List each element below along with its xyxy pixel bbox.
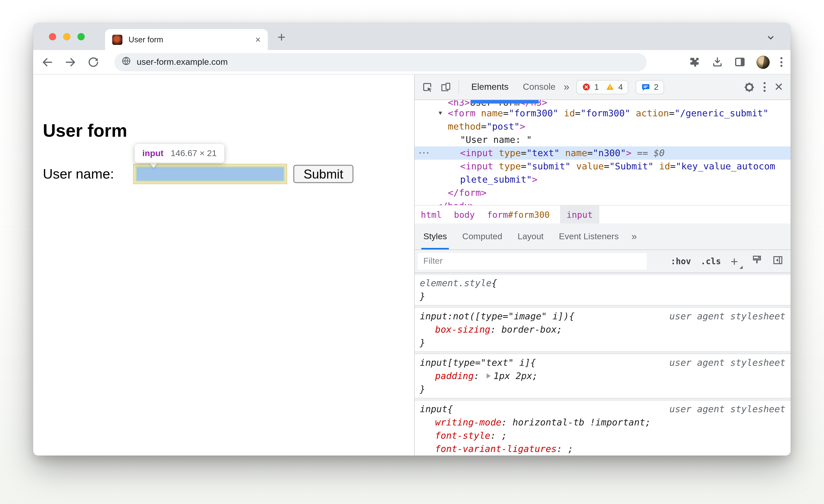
stylesheet-origin: user agent stylesheet	[664, 356, 786, 369]
dom-tree-node[interactable]: method="post">	[415, 120, 791, 133]
css-rule-selector[interactable]: element.style {	[420, 277, 786, 290]
tab-close-icon[interactable]: ×	[255, 35, 261, 44]
download-icon[interactable]	[712, 56, 723, 68]
css-declaration[interactable]: font-variant-ligatures: ;	[420, 442, 786, 456]
breadcrumb: htmlbodyform#form300input	[415, 205, 791, 223]
dom-tree-node[interactable]: plete_submit">	[415, 173, 791, 186]
css-rules-list: element.style {}input:not([type="image" …	[415, 273, 791, 456]
forward-arrow-icon[interactable]	[64, 56, 77, 68]
css-rule-selector[interactable]: input[type="text" i] {user agent stylesh…	[420, 356, 786, 369]
devtools-toolbar: Elements Console » 1 4 2	[415, 75, 791, 100]
side-panel-icon[interactable]	[734, 56, 746, 68]
browser-tab[interactable]: User form ×	[105, 29, 268, 50]
settings-gear-icon[interactable]	[743, 81, 755, 93]
toggle-classes-button[interactable]: .cls	[701, 256, 721, 266]
toolbar-right-icons	[689, 55, 791, 69]
address-bar[interactable]: user-form.example.com	[114, 53, 647, 71]
globe-icon	[121, 56, 131, 68]
reload-icon[interactable]	[87, 56, 99, 68]
stylesheet-origin: user agent stylesheet	[664, 402, 786, 416]
tab-event-listeners[interactable]: Event Listeners	[551, 223, 626, 249]
devtools-menu-kebab-icon[interactable]	[763, 82, 765, 92]
chevron-down-icon[interactable]	[766, 33, 775, 44]
styles-sidebar-tabs: Styles Computed Layout Event Listeners »	[415, 223, 791, 250]
breadcrumb-item-body[interactable]: body	[452, 206, 477, 223]
disclosure-arrow-icon[interactable]: ▼	[439, 107, 442, 120]
dom-tree-node[interactable]: </body>	[415, 199, 791, 205]
breadcrumb-item-form[interactable]: form#form300	[485, 206, 552, 223]
css-declaration[interactable]: padding: 1px 2px;	[420, 369, 786, 383]
styles-filter-input[interactable]	[418, 253, 647, 270]
new-tab-button[interactable]: +	[278, 29, 286, 45]
styles-filter-bar: :hov .cls +	[415, 250, 791, 273]
css-rule: input[type="text" i] {user agent stylesh…	[415, 354, 791, 398]
toggle-sidebar-icon[interactable]	[772, 255, 784, 268]
tooltip-dimensions: 146.67 × 21	[171, 148, 217, 159]
back-arrow-icon[interactable]	[41, 56, 54, 68]
dom-tree-node[interactable]: <input type="submit" value="Submit" id="…	[415, 160, 791, 173]
issues-chat-icon	[641, 82, 650, 92]
css-rule-selector[interactable]: input:not([type="image" i]) {user agent …	[420, 310, 786, 323]
browser-window: User form × + user-form.exa	[33, 23, 791, 456]
screenshot-stage: User form × + user-form.exa	[0, 0, 824, 504]
more-tabs-icon[interactable]: »	[563, 81, 569, 93]
tooltip-element-name: input	[142, 148, 164, 159]
dom-tree-node[interactable]: </form>	[415, 186, 791, 199]
tab-styles[interactable]: Styles	[416, 223, 455, 249]
error-count: 1	[595, 82, 599, 92]
url-text[interactable]: user-form.example.com	[137, 57, 228, 67]
tab-favicon	[112, 34, 122, 44]
browser-menu-kebab-icon[interactable]	[781, 57, 783, 67]
stylesheet-origin: user agent stylesheet	[664, 310, 786, 323]
errors-warnings-badge[interactable]: 1 4	[577, 80, 629, 94]
browser-toolbar: user-form.example.com	[33, 50, 791, 75]
tab-layout[interactable]: Layout	[510, 223, 551, 249]
new-style-rule-button[interactable]: +	[731, 255, 742, 268]
zoom-window-button[interactable]	[78, 33, 85, 40]
tooltip-pointer	[149, 162, 158, 168]
tab-bar: User form × +	[33, 23, 791, 50]
page-heading: User form	[43, 120, 127, 141]
warning-count: 4	[618, 82, 623, 92]
traffic-lights	[49, 33, 85, 40]
dom-tree-node[interactable]: "User name: "	[415, 133, 791, 146]
devtools-tab-elements[interactable]: Elements	[464, 82, 516, 92]
devtools-tab-console[interactable]: Console	[516, 82, 562, 92]
paint-brush-icon[interactable]	[751, 255, 762, 268]
issues-badge[interactable]: 2	[635, 80, 664, 94]
warning-icon	[605, 83, 615, 91]
selection-highlight-fragment	[471, 100, 539, 104]
css-declaration[interactable]: font-style: ;	[420, 429, 786, 442]
breadcrumb-item-input[interactable]: input	[560, 206, 599, 223]
expand-arrow-icon[interactable]	[486, 374, 491, 379]
css-declaration[interactable]: box-sizing: border-box;	[420, 323, 786, 336]
devtools-toolbar-right: ✕	[735, 81, 784, 93]
inspect-element-icon[interactable]	[422, 81, 433, 93]
tab-computed[interactable]: Computed	[455, 223, 510, 249]
css-rule: element.style {}	[415, 274, 791, 306]
minimize-window-button[interactable]	[63, 33, 70, 40]
css-rule: input {user agent stylesheetwriting-mode…	[415, 400, 791, 456]
username-label: User name:	[43, 166, 114, 182]
node-options-dots[interactable]: •••	[419, 146, 430, 160]
dom-tree-node[interactable]: •••<input type="text" name="n300"> == $0	[415, 146, 791, 160]
error-icon	[582, 83, 591, 91]
css-declaration[interactable]: writing-mode: horizontal-tb !important;	[420, 416, 786, 429]
toggle-hover-state-button[interactable]: :hov	[671, 256, 691, 266]
tab-title: User form	[128, 35, 255, 44]
toolbar-separator	[458, 80, 459, 94]
devtools-close-icon[interactable]: ✕	[774, 81, 784, 93]
css-rule: input:not([type="image" i]) {user agent …	[415, 307, 791, 352]
dom-tree-node[interactable]: ▼<form name="form300" id="form300" actio…	[415, 107, 791, 120]
css-rule-selector[interactable]: input {user agent stylesheet	[420, 402, 786, 416]
close-window-button[interactable]	[49, 33, 56, 40]
device-toolbar-icon[interactable]	[440, 81, 451, 93]
dom-tree: <h3>User form</h3>▼<form name="form300" …	[415, 100, 791, 205]
web-page: User form input 146.67 × 21 User name: S…	[33, 75, 414, 456]
submit-button[interactable]: Submit	[293, 165, 353, 183]
more-sidebar-tabs-icon[interactable]: »	[626, 223, 642, 249]
profile-avatar[interactable]	[756, 55, 770, 69]
issues-count: 2	[654, 82, 658, 92]
extensions-puzzle-icon[interactable]	[689, 56, 701, 68]
breadcrumb-item-html[interactable]: html	[419, 206, 444, 223]
